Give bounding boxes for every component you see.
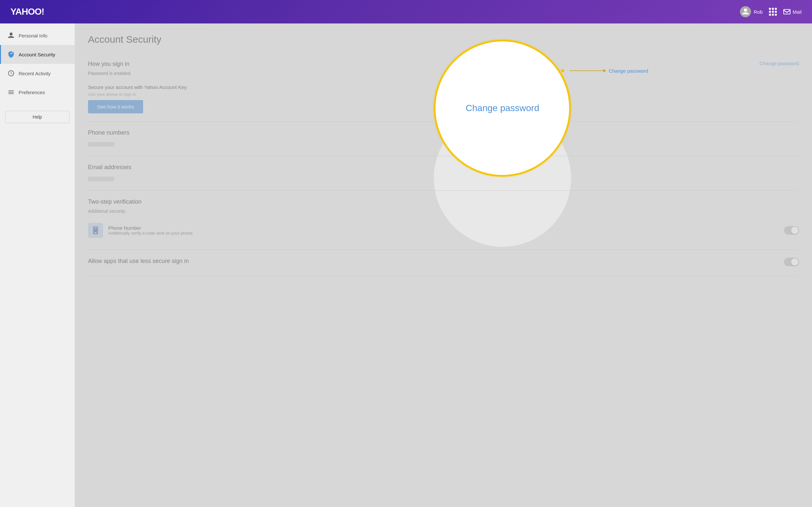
svg-rect-2 xyxy=(95,233,97,233)
user-name: Rob xyxy=(754,9,763,15)
sign-in-title: How you sign in xyxy=(88,61,131,67)
sidebar-item-recent-activity[interactable]: Recent Activity xyxy=(0,64,75,83)
mail-link[interactable]: Mail xyxy=(783,9,802,15)
yahoo-logo: YAHOO! xyxy=(10,6,44,17)
see-how-button[interactable]: See how it works xyxy=(88,100,143,113)
pointer-arrow-icon xyxy=(567,66,606,75)
user-menu[interactable]: Rob xyxy=(740,6,763,17)
email-redacted xyxy=(88,177,114,181)
password-status: Password is enabled. xyxy=(88,71,131,76)
two-step-desc: Additional security. xyxy=(88,209,799,214)
allow-apps-title: Allow apps that use less secure sign in xyxy=(88,258,189,265)
sign-in-left: How you sign in Password is enabled. xyxy=(88,61,131,78)
layout: Personal Info Account Security Recent Ac… xyxy=(0,23,812,507)
phone-device-icon xyxy=(91,226,100,235)
help-button-wrap: Help xyxy=(0,104,75,130)
sidebar-recent-activity-label: Recent Activity xyxy=(18,71,51,76)
header: YAHOO! Rob Mail xyxy=(0,0,812,23)
sidebar-item-preferences[interactable]: Preferences xyxy=(0,83,75,102)
sidebar-item-account-security[interactable]: Account Security xyxy=(0,45,75,64)
two-step-phone-detail: Additionally verify a code sent on your … xyxy=(108,231,779,236)
yellow-dot-icon xyxy=(561,69,564,72)
two-step-title: Two-step verification xyxy=(88,199,799,205)
main-content: Account Security How you sign in Passwor… xyxy=(75,23,812,507)
allow-apps-row: Allow apps that use less secure sign in xyxy=(88,258,799,268)
header-right: Rob Mail xyxy=(740,6,802,17)
allow-apps-section: Allow apps that use less secure sign in xyxy=(88,250,799,276)
svg-marker-4 xyxy=(603,69,606,72)
two-step-phone-row: Phone Number Additionally verify a code … xyxy=(88,219,799,242)
two-step-phone-toggle[interactable] xyxy=(784,226,799,235)
phone-redacted xyxy=(88,142,114,147)
avatar xyxy=(740,6,751,17)
two-step-phone-info: Phone Number Additionally verify a code … xyxy=(108,225,779,236)
mail-label: Mail xyxy=(793,9,802,15)
allow-apps-toggle[interactable] xyxy=(784,258,799,266)
spotlight-text: Change password xyxy=(466,103,539,113)
page-title: Account Security xyxy=(88,34,799,45)
email-addresses-section: Email addresses xyxy=(88,156,799,190)
two-step-phone-label: Phone Number xyxy=(108,225,779,231)
help-button[interactable]: Help xyxy=(5,111,69,123)
spotlight-change-password-link[interactable]: Change password xyxy=(609,68,648,74)
sidebar-item-personal-info[interactable]: Personal Info xyxy=(0,26,75,45)
sidebar-personal-info-label: Personal Info xyxy=(18,33,47,39)
phone-icon-wrap xyxy=(88,223,103,238)
change-password-link[interactable]: Change password xyxy=(760,61,799,66)
sidebar-preferences-label: Preferences xyxy=(18,90,45,95)
sidebar-account-security-label: Account Security xyxy=(18,52,55,57)
pointer-line: Change password xyxy=(561,66,648,75)
sidebar: Personal Info Account Security Recent Ac… xyxy=(0,23,75,507)
apps-grid-icon[interactable] xyxy=(769,8,777,16)
spotlight-circle: Change password xyxy=(434,40,571,177)
email-addresses-title: Email addresses xyxy=(88,164,799,171)
two-step-section: Two-step verification Additional securit… xyxy=(88,190,799,250)
